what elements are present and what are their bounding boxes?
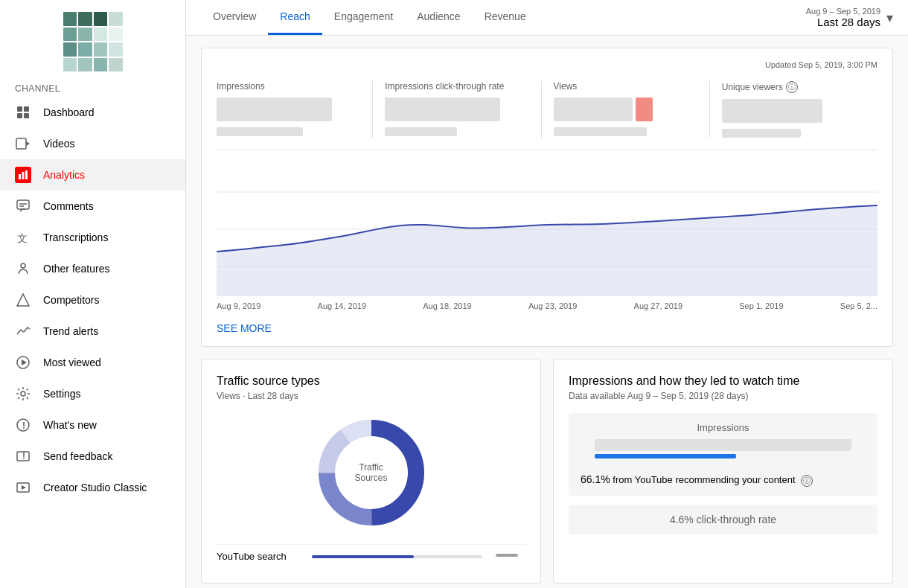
traffic-source-youtube-label: YouTube search [217, 551, 306, 562]
settings-icon [15, 386, 31, 402]
sidebar-item-dashboard[interactable]: Dashboard [0, 97, 185, 128]
chart-label-5: Sep 1, 2019 [739, 301, 783, 310]
sidebar-item-label-whats-new: What's new [43, 419, 97, 431]
date-range-selector[interactable]: Aug 9 – Sep 5, 2019 Last 28 days ▾ [806, 7, 893, 28]
sidebar-item-settings[interactable]: Settings [0, 378, 185, 409]
stat-views-label: Views [554, 81, 697, 92]
chart-label-0: Aug 9, 2019 [217, 301, 260, 310]
svg-marker-16 [22, 359, 27, 365]
svg-text:!: ! [22, 451, 25, 461]
funnel-info-icon[interactable]: ⓘ [801, 475, 813, 487]
top-bar: Overview Reach Engagement Audience Reven… [186, 0, 908, 36]
sidebar-item-label-analytics: Analytics [43, 169, 85, 181]
stats-row: Impressions Impressions click-through ra… [217, 81, 877, 150]
date-range-label: Aug 9 – Sep 5, 2019 [806, 7, 880, 16]
chart-label-6: Sep 5, 2... [840, 301, 877, 310]
stat-impressions-bar [217, 98, 332, 121]
chart-label-1: Aug 14, 2019 [318, 301, 366, 310]
stat-unique-viewers-label: Unique viewers ⓘ [722, 81, 866, 93]
sidebar-item-trend-alerts[interactable]: Trend alerts [0, 316, 185, 347]
trend-alerts-icon [15, 323, 31, 339]
videos-icon [15, 135, 31, 152]
svg-rect-1 [24, 106, 29, 112]
bottom-cards: Traffic source types Views · Last 28 day… [201, 359, 893, 584]
funnel-card-subtitle: Data available Aug 9 – Sep 5, 2019 (28 d… [569, 391, 877, 401]
svg-rect-4 [16, 138, 26, 149]
sidebar-item-comments[interactable]: Comments [0, 191, 185, 222]
funnel-impressions-label: Impressions [581, 422, 866, 433]
tab-reach[interactable]: Reach [268, 0, 322, 35]
sidebar-item-whats-new[interactable]: ! What's new [0, 409, 185, 441]
sidebar-item-label-trend-alerts: Trend alerts [43, 325, 98, 337]
sidebar-item-competitors[interactable]: Competitors [0, 284, 185, 316]
sidebar-item-label-dashboard: Dashboard [43, 106, 95, 118]
tabs: Overview Reach Engagement Audience Reven… [201, 0, 806, 35]
svg-rect-2 [17, 113, 22, 118]
channel-logo [0, 0, 185, 77]
logo-grid [63, 12, 123, 71]
sidebar-item-label-transcriptions: Transcriptions [43, 231, 108, 243]
tab-engagement[interactable]: Engagement [322, 0, 405, 35]
stat-unique-bar [722, 99, 822, 123]
tab-overview[interactable]: Overview [201, 0, 268, 35]
analytics-icon [15, 167, 31, 183]
funnel-card-title: Impressions and how they led to watch ti… [569, 374, 877, 388]
stat-unique-viewers: Unique viewers ⓘ [710, 81, 877, 138]
chart-container: Aug 9, 2019 Aug 14, 2019 Aug 18, 2019 Au… [217, 156, 877, 334]
sidebar-item-analytics[interactable]: Analytics [0, 159, 185, 191]
sidebar-item-label-comments: Comments [43, 200, 94, 212]
see-more-button[interactable]: SEE MORE [217, 322, 272, 334]
svg-rect-0 [17, 106, 22, 112]
funnel-stat-1-text: from YouTube recommending your content [613, 474, 795, 485]
chart-x-labels: Aug 9, 2019 Aug 14, 2019 Aug 18, 2019 Au… [217, 298, 877, 313]
svg-point-13 [21, 263, 25, 268]
stat-views: Views [542, 81, 710, 138]
svg-marker-5 [26, 141, 30, 146]
funnel-container: Impressions 66.1% from YouTube recom [569, 413, 877, 496]
send-feedback-icon: ! [15, 448, 31, 464]
tab-revenue[interactable]: Revenue [473, 0, 538, 35]
donut-chart-container: Traffic Sources [217, 413, 525, 532]
sidebar-item-send-feedback[interactable]: ! Send feedback [0, 441, 185, 472]
content-area: Updated Sep 5, 2019, 3:00 PM Impressions… [186, 36, 908, 588]
sidebar-item-other-features[interactable]: Other features [0, 253, 185, 284]
traffic-source-youtube-bar-bg [312, 555, 482, 558]
svg-marker-14 [17, 294, 29, 306]
sidebar-item-label-competitors: Competitors [43, 294, 99, 306]
tab-audience[interactable]: Audience [405, 0, 472, 35]
updated-label: Updated Sep 5, 2019, 3:00 PM [765, 60, 877, 69]
sidebar-item-label-videos: Videos [43, 138, 75, 150]
date-range-text: Aug 9 – Sep 5, 2019 Last 28 days [806, 7, 880, 28]
traffic-sources-card: Traffic source types Views · Last 28 day… [201, 359, 541, 584]
sidebar-item-label-send-feedback: Send feedback [43, 450, 112, 462]
svg-rect-8 [25, 170, 28, 179]
sidebar-item-most-viewed[interactable]: Most viewed [0, 347, 185, 378]
stat-ctr: Impressions click-through rate [373, 81, 541, 138]
creator-studio-icon [15, 479, 31, 496]
svg-rect-6 [19, 174, 21, 179]
svg-text:!: ! [22, 421, 25, 431]
traffic-source-youtube-value [488, 551, 525, 562]
svg-point-17 [21, 392, 25, 396]
sidebar-item-videos[interactable]: Videos [0, 128, 185, 159]
sidebar-item-transcriptions[interactable]: 文 Transcriptions [0, 222, 185, 253]
channel-label: Channel [0, 77, 185, 97]
funnel-ctr-section: 4.6% click-through rate [569, 505, 877, 534]
stats-card: Updated Sep 5, 2019, 3:00 PM Impressions… [201, 48, 893, 347]
svg-text:文: 文 [17, 232, 28, 244]
chart-label-4: Aug 27, 2019 [634, 301, 682, 310]
funnel-progress-bar [595, 454, 736, 458]
traffic-source-youtube-bar-fill [312, 555, 414, 558]
stat-impressions: Impressions [217, 81, 373, 138]
stat-impressions-sub [217, 127, 303, 136]
main-content: Overview Reach Engagement Audience Reven… [186, 0, 908, 588]
stat-impressions-label: Impressions [217, 81, 360, 92]
stat-views-sub [554, 127, 648, 136]
stat-ctr-sub [385, 127, 457, 136]
reach-chart [217, 162, 877, 296]
stat-views-bars [554, 98, 697, 121]
unique-viewers-info-icon[interactable]: ⓘ [786, 81, 798, 93]
funnel-pct-1: 66.1% [581, 473, 610, 485]
date-range-value: Last 28 days [806, 16, 880, 28]
sidebar-item-creator-studio[interactable]: Creator Studio Classic [0, 472, 185, 503]
